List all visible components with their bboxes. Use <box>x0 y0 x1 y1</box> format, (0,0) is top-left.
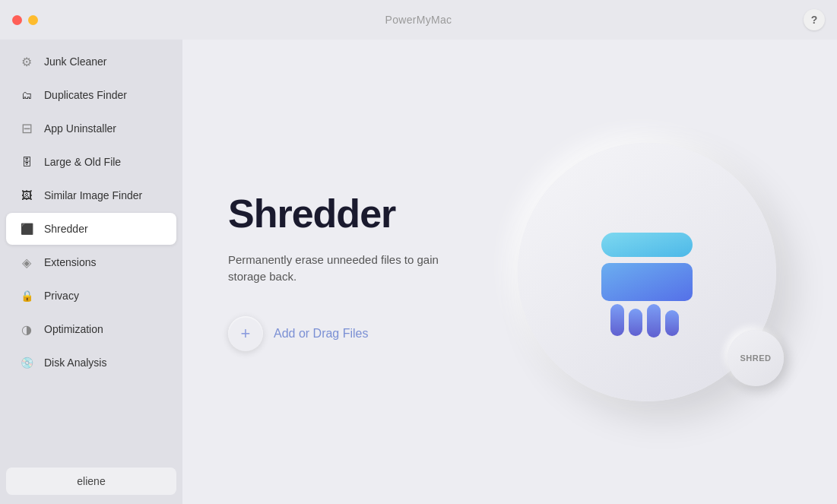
app-uninstaller-icon <box>18 120 35 137</box>
sidebar-item-extensions[interactable]: Extensions <box>6 246 176 278</box>
page-description: Permanently erase unneeded files to gain… <box>228 252 441 286</box>
sidebar: Junk CleanerDuplicates FinderApp Uninsta… <box>0 40 182 504</box>
sidebar-item-app-uninstaller[interactable]: App Uninstaller <box>6 113 176 144</box>
close-button[interactable] <box>12 15 22 25</box>
duplicates-finder-icon <box>18 87 35 103</box>
content-left: Shredder Permanently erase unneeded file… <box>228 192 503 350</box>
extensions-icon <box>18 254 35 271</box>
sidebar-item-junk-cleaner[interactable]: Junk Cleaner <box>6 46 176 78</box>
add-circle-icon: + <box>228 316 263 351</box>
shred-button[interactable]: SHRED <box>728 330 784 386</box>
similar-image-finder-icon <box>18 187 35 204</box>
optimization-label: Optimization <box>44 323 103 335</box>
main-content: Shredder Permanently erase unneeded file… <box>182 40 837 504</box>
svg-rect-1 <box>601 263 693 301</box>
page-title: Shredder <box>228 192 503 236</box>
user-button[interactable]: eliene <box>6 468 176 495</box>
shredder-illustration <box>571 196 723 348</box>
disk-analysis-label: Disk Analysis <box>44 357 106 369</box>
app-uninstaller-label: App Uninstaller <box>44 122 116 135</box>
svg-rect-0 <box>601 233 693 257</box>
svg-rect-3 <box>629 309 642 336</box>
duplicates-finder-label: Duplicates Finder <box>44 89 127 101</box>
sidebar-item-shredder[interactable]: Shredder <box>6 213 176 245</box>
traffic-lights <box>12 15 38 25</box>
disk-analysis-icon <box>18 354 35 371</box>
minimize-button[interactable] <box>28 15 38 25</box>
add-files-button[interactable]: + Add or Drag Files <box>228 316 369 351</box>
sidebar-item-large-old-file[interactable]: Large & Old File <box>6 146 176 178</box>
sidebar-footer: eliene <box>0 458 182 504</box>
svg-rect-5 <box>665 310 679 336</box>
svg-rect-4 <box>647 304 661 338</box>
app-name: PowerMyMac <box>385 14 452 26</box>
privacy-label: Privacy <box>44 290 79 302</box>
sidebar-item-privacy[interactable]: Privacy <box>6 280 176 312</box>
large-old-file-label: Large & Old File <box>44 156 121 168</box>
sidebar-item-optimization[interactable]: Optimization <box>6 313 176 345</box>
optimization-icon <box>18 321 35 338</box>
main-container: Junk CleanerDuplicates FinderApp Uninsta… <box>0 40 837 504</box>
title-bar: PowerMyMac ? <box>0 0 837 40</box>
privacy-icon <box>18 287 35 304</box>
junk-cleaner-label: Junk Cleaner <box>44 55 107 68</box>
similar-image-finder-label: Similar Image Finder <box>44 189 142 201</box>
shredder-icon <box>18 220 35 237</box>
svg-rect-2 <box>610 304 624 336</box>
sidebar-item-disk-analysis[interactable]: Disk Analysis <box>6 347 176 379</box>
sidebar-item-similar-image-finder[interactable]: Similar Image Finder <box>6 179 176 211</box>
shredder-label: Shredder <box>44 223 88 235</box>
junk-cleaner-icon <box>18 53 35 70</box>
large-old-file-icon <box>18 154 35 170</box>
add-files-label: Add or Drag Files <box>274 327 369 341</box>
help-button[interactable]: ? <box>804 9 825 30</box>
sidebar-item-duplicates-finder[interactable]: Duplicates Finder <box>6 79 176 111</box>
extensions-label: Extensions <box>44 256 96 268</box>
illustration-area: SHRED <box>503 128 791 417</box>
